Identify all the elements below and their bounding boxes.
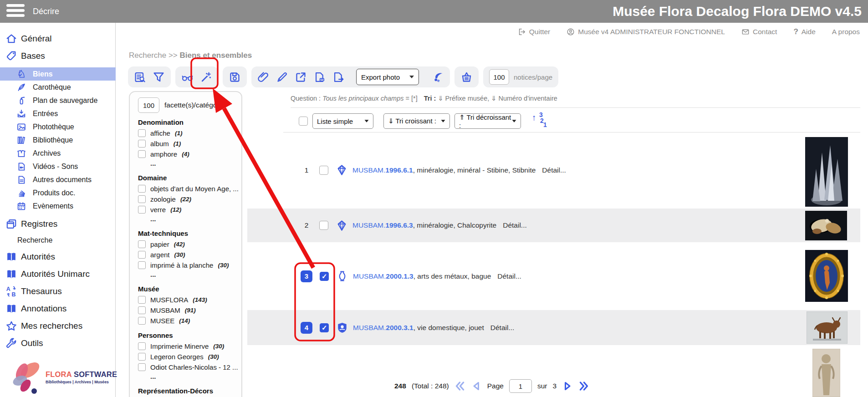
checkbox[interactable]: [138, 150, 146, 158]
record-thumbnail[interactable]: [812, 349, 840, 397]
checkbox[interactable]: [138, 296, 146, 304]
sidebar-item-general[interactable]: Général: [0, 30, 115, 47]
contact-link[interactable]: Contact: [741, 28, 777, 36]
first-page-icon[interactable]: [454, 381, 465, 392]
record-prefix-link[interactable]: MUSBAM.: [353, 324, 386, 331]
record-inventory-link[interactable]: 2000.3.1: [386, 324, 413, 331]
sidebar-item-bases[interactable]: Bases: [0, 47, 115, 65]
facet-checkbox-item[interactable]: argent(30): [138, 249, 241, 260]
sidebar-item-annotations[interactable]: Annotations: [0, 300, 115, 317]
print-document-icon[interactable]: [313, 71, 326, 83]
glasses-preview-icon[interactable]: [181, 71, 194, 83]
previous-page-icon[interactable]: [471, 381, 482, 392]
facet-checkbox-item[interactable]: verre(12): [138, 204, 241, 215]
external-link-icon[interactable]: [295, 71, 307, 83]
sidebar-item-videos-sons[interactable]: Vidéos - Sons: [0, 160, 115, 173]
row-checkbox-checked[interactable]: [320, 272, 329, 281]
detail-link[interactable]: Détail...: [490, 324, 515, 331]
facet-checkbox-item[interactable]: MUSFLORA(143): [138, 295, 241, 305]
facet-more-link[interactable]: ...: [138, 270, 241, 280]
quit-button[interactable]: Quitter: [518, 28, 551, 36]
pencil-edit-icon[interactable]: [276, 71, 288, 83]
select-all-checkbox[interactable]: [299, 117, 308, 126]
list-search-icon[interactable]: [134, 71, 146, 83]
filter-funnel-icon[interactable]: [153, 71, 165, 83]
checkbox[interactable]: [138, 251, 146, 259]
current-user[interactable]: Musée v4 ADMINISTRATEUR FONCTIONNEL: [567, 28, 725, 36]
sidebar-item-plan-de-sauvegarde[interactable]: Plan de sauvegarde: [0, 94, 115, 107]
export-document-icon[interactable]: [332, 71, 344, 83]
checkbox[interactable]: [138, 261, 146, 269]
sidebar-item-registres[interactable]: Registres: [0, 215, 115, 233]
detail-link[interactable]: Détail...: [497, 272, 521, 280]
row-checkbox[interactable]: [319, 166, 328, 175]
record-prefix-link[interactable]: MUSBAM.: [352, 221, 385, 229]
result-row-selected[interactable]: 3 MUSBAM.2000.1.3, arts des métaux, bagu…: [247, 242, 860, 310]
sidebar-item-bibliotheque[interactable]: Bibliothèque: [0, 133, 115, 147]
sidebar-item-produits-doc[interactable]: Produits doc.: [0, 186, 115, 199]
facet-checkbox-item[interactable]: Legeron Georges(30): [138, 351, 241, 362]
facet-checkbox-item[interactable]: imprimé à la planche(30): [138, 260, 241, 270]
checkbox[interactable]: [138, 342, 146, 350]
checkbox[interactable]: [138, 353, 146, 361]
facet-checkbox-item[interactable]: MUSBAM(91): [138, 305, 241, 316]
checkbox[interactable]: [138, 129, 146, 137]
sidebar-item-mes-recherches[interactable]: Mes recherches: [0, 317, 115, 335]
checkbox[interactable]: [138, 195, 146, 203]
checkbox[interactable]: [138, 240, 146, 248]
checkbox[interactable]: [138, 140, 146, 148]
last-page-icon[interactable]: [578, 381, 589, 392]
facet-checkbox-item[interactable]: zoologie(22): [138, 194, 241, 204]
record-prefix-link[interactable]: MUSBAM.: [352, 166, 385, 174]
sort-ascending-select[interactable]: ⇓ Tri croissant :: [383, 113, 450, 129]
basket-icon[interactable]: [460, 71, 473, 83]
facet-count-input[interactable]: [138, 97, 159, 113]
checkbox[interactable]: [138, 206, 146, 214]
about-link[interactable]: A propos: [832, 28, 860, 36]
notices-per-page-input[interactable]: [489, 69, 509, 85]
sidebar-item-autres-documents[interactable]: Autres documents: [0, 173, 115, 186]
result-row[interactable]: 2 MUSBAM.1996.6.3, minéralogie, Chalcopy…: [247, 209, 860, 242]
list-mode-select[interactable]: Liste simple: [312, 113, 373, 129]
numeric-sort-icon[interactable]: 3 ↑ 2 1: [532, 112, 548, 130]
sidebar-item-outils[interactable]: Outils: [0, 335, 115, 352]
record-inventory-link[interactable]: 2000.1.3: [386, 272, 413, 280]
breadcrumb-section[interactable]: Recherche >>: [129, 51, 180, 60]
row-checkbox[interactable]: [319, 221, 328, 230]
checkbox[interactable]: [138, 306, 146, 314]
facet-checkbox-item[interactable]: affiche(1): [138, 128, 241, 138]
sidebar-item-archives[interactable]: Archives: [0, 147, 115, 160]
sidebar-item-phototheque[interactable]: Photothèque: [0, 120, 115, 133]
checkbox[interactable]: [138, 317, 146, 325]
record-thumbnail[interactable]: [807, 311, 848, 344]
help-link[interactable]: ? Aide: [793, 27, 815, 36]
record-thumbnail[interactable]: [805, 211, 847, 240]
facet-more-link[interactable]: ...: [138, 215, 241, 224]
next-page-icon[interactable]: [562, 381, 573, 392]
sidebar-item-autorites-unimarc[interactable]: Autorités Unimarc: [0, 265, 115, 283]
detail-link[interactable]: Détail...: [542, 166, 566, 174]
sort-descending-select[interactable]: ⇑ Tri décroissant :: [454, 113, 521, 129]
sidebar-item-thesaurus[interactable]: Thesaurus: [0, 283, 115, 300]
record-inventory-link[interactable]: 1996.6.3: [385, 221, 413, 229]
detail-link[interactable]: Détail...: [503, 221, 527, 229]
record-prefix-link[interactable]: MUSBAM.: [353, 272, 386, 280]
record-thumbnail[interactable]: [805, 137, 848, 207]
facet-more-link[interactable]: ...: [138, 159, 241, 168]
facet-checkbox-item[interactable]: papier(42): [138, 239, 241, 249]
facet-checkbox-item[interactable]: Odiot Charles-Nicolas - 12 ...(21): [138, 362, 241, 372]
sidebar-item-recherche[interactable]: Recherche: [0, 233, 115, 248]
hamburger-menu-icon[interactable]: [6, 4, 25, 19]
sidebar-item-evenements[interactable]: Evènements: [0, 199, 115, 213]
facet-checkbox-item[interactable]: objets d'art du Moyen Age, ...(22): [138, 183, 241, 194]
page-number-input[interactable]: [509, 379, 532, 393]
sidebar-item-entrees[interactable]: Entrées: [0, 107, 115, 120]
facet-checkbox-item[interactable]: MUSEE(14): [138, 316, 241, 326]
checkbox[interactable]: [138, 363, 146, 371]
facet-checkbox-item[interactable]: amphore(4): [138, 149, 241, 159]
save-icon[interactable]: [229, 71, 241, 83]
rerun-search-icon[interactable]: [432, 71, 444, 83]
sidebar-item-biens[interactable]: ♘ Biens: [0, 67, 116, 81]
record-thumbnail[interactable]: [805, 250, 848, 302]
sidebar-item-autorites[interactable]: Autorités: [0, 248, 115, 265]
